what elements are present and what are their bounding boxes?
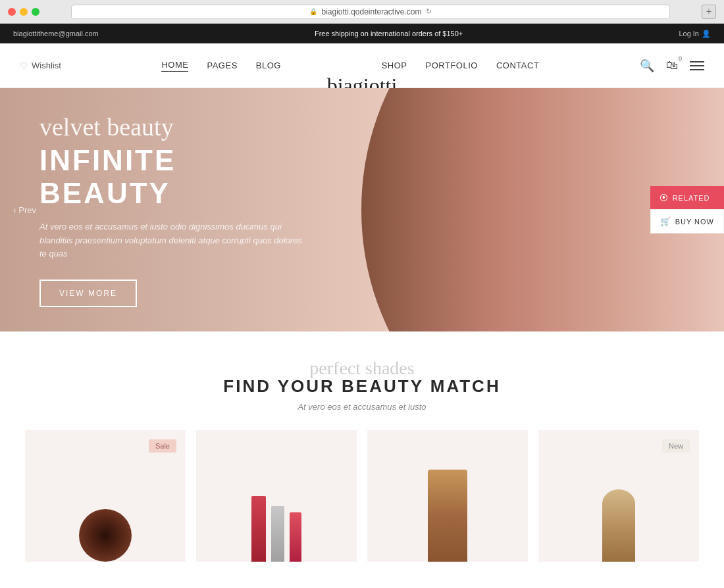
wishlist-label: Wishlist	[32, 61, 61, 70]
view-more-button[interactable]: VIEW MORE	[39, 280, 137, 307]
nav-links: HOME PAGES BLOG	[161, 60, 280, 72]
menu-line	[690, 69, 704, 70]
nav-pages[interactable]: PAGES	[207, 61, 237, 70]
nav-left: ♡ Wishlist	[20, 61, 61, 71]
products-section: perfect shades FIND YOUR BEAUTY MATCH At…	[0, 331, 724, 562]
cart-small-icon: 🛒	[660, 216, 671, 226]
related-button[interactable]: ⦿ RELATED	[650, 186, 724, 209]
main-nav: ♡ Wishlist HOME PAGES BLOG biagiotti SHO…	[0, 43, 724, 88]
minimize-dot[interactable]	[20, 8, 28, 16]
lipstick-item	[271, 506, 284, 562]
product-card[interactable]	[367, 430, 528, 562]
radio-icon: ⦿	[659, 193, 669, 203]
menu-icon[interactable]	[690, 61, 704, 70]
browser-dots	[8, 8, 39, 16]
hero-description: At vero eos et accusamus et iusto odio d…	[39, 220, 303, 261]
product-person-image	[79, 509, 132, 562]
login-label: Log In	[679, 30, 699, 37]
lipstick-item	[251, 496, 266, 562]
user-icon: 👤	[702, 30, 711, 38]
sale-badge: Sale	[149, 439, 176, 453]
products-grid: Sale New	[0, 430, 724, 562]
email-address: biagiottitheme@gmail.com	[13, 30, 99, 37]
nav-portfolio[interactable]: PORTFOLIO	[426, 61, 478, 70]
related-label: RELATED	[673, 194, 710, 202]
login-link[interactable]: Log In 👤	[679, 30, 711, 38]
close-dot[interactable]	[8, 8, 16, 16]
hero-title: INFINITE BEAUTY	[39, 144, 303, 210]
lock-icon: 🔒	[309, 8, 317, 15]
nav-contact[interactable]: CONTACT	[496, 61, 539, 70]
prev-button[interactable]: ‹ Prev	[13, 205, 36, 215]
menu-line	[690, 65, 704, 66]
product-image	[602, 489, 635, 562]
nav-shop[interactable]: SHOP	[382, 61, 407, 70]
address-bar[interactable]: 🔒 biagiotti.qodeinteractive.com ↻	[71, 5, 670, 19]
heart-icon: ♡	[20, 61, 28, 71]
nav-blog[interactable]: BLOG	[256, 61, 281, 70]
product-image	[428, 470, 467, 562]
menu-line	[690, 61, 704, 62]
cart-count: 0	[679, 55, 682, 62]
reload-icon: ↻	[426, 7, 432, 16]
wishlist-link[interactable]: ♡ Wishlist	[20, 61, 61, 71]
maximize-dot[interactable]	[32, 8, 39, 16]
nav-links-right: SHOP PORTFOLIO CONTACT	[382, 61, 540, 70]
hero-section: ‹ Prev velvet beauty INFINITE BEAUTY At …	[0, 88, 724, 331]
top-bar: biagiottitheme@gmail.com Free shipping o…	[0, 24, 724, 43]
promo-text: Free shipping on international orders of…	[315, 30, 463, 37]
lipstick-item	[290, 512, 301, 562]
new-tab-button[interactable]: +	[702, 5, 716, 19]
product-card[interactable]: New	[538, 430, 699, 562]
nav-home[interactable]: HOME	[161, 60, 188, 72]
cart-icon[interactable]: 🛍 0	[666, 59, 678, 72]
buy-label: BUY NOW	[675, 218, 714, 226]
section-subtitle: At vero eos et accusamus et iusto	[0, 402, 724, 412]
buy-now-button[interactable]: 🛒 BUY NOW	[650, 209, 724, 233]
product-card[interactable]	[196, 430, 357, 562]
product-card[interactable]: Sale	[25, 430, 186, 562]
related-panel: ⦿ RELATED 🛒 BUY NOW	[650, 186, 724, 233]
nav-right: 🔍 🛍 0	[640, 59, 704, 73]
chevron-left-icon: ‹	[13, 205, 16, 215]
address-text: biagiotti.qodeinteractive.com	[321, 7, 421, 16]
browser-chrome: 🔒 biagiotti.qodeinteractive.com ↻ +	[0, 0, 724, 24]
prev-label: Prev	[18, 205, 36, 215]
section-title: FIND YOUR BEAUTY MATCH	[0, 376, 724, 397]
hero-content: velvet beauty INFINITE BEAUTY At vero eo…	[0, 88, 342, 331]
product-image	[251, 496, 301, 562]
hero-script-text: velvet beauty	[39, 112, 303, 141]
new-badge: New	[662, 439, 690, 453]
search-icon[interactable]: 🔍	[640, 59, 654, 73]
